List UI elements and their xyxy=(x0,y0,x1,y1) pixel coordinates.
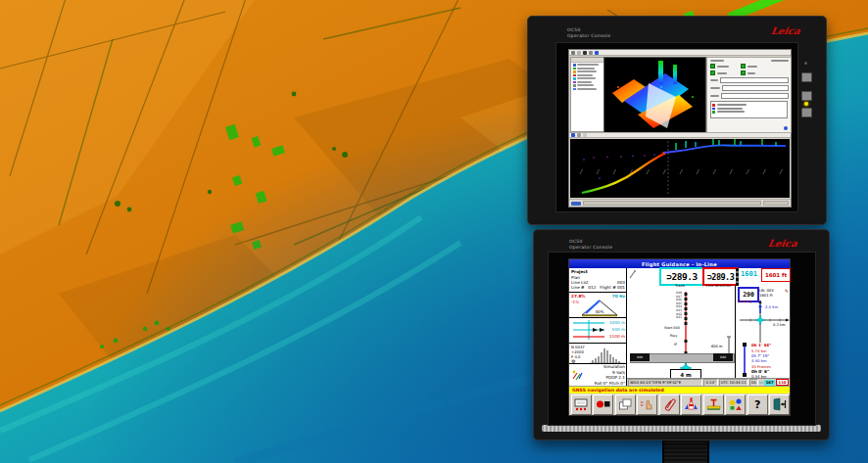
play-icon[interactable] xyxy=(595,51,599,55)
altitude-ruler xyxy=(736,268,739,286)
refresh-icon[interactable] xyxy=(784,126,788,130)
checkbox[interactable] xyxy=(710,70,715,75)
seabed-profile xyxy=(582,154,664,193)
waypoint-icon xyxy=(571,369,583,381)
display-layout-button[interactable] xyxy=(571,394,592,415)
flight-toolbar: ? xyxy=(569,394,790,415)
monitor-bottom-screen: Flight Guidance - In-Line Project Plan L… xyxy=(548,252,816,426)
tool-icon[interactable] xyxy=(589,51,593,55)
waypoint-number: 041 xyxy=(676,316,682,320)
checkbox[interactable] xyxy=(741,70,746,75)
line-number-value: 012 xyxy=(588,285,596,290)
tree-item[interactable] xyxy=(571,87,603,91)
gnss-warning-bar: GNSS navigation data are simulated xyxy=(569,386,790,394)
leica-logo: Leica xyxy=(770,25,801,36)
status-field xyxy=(763,201,789,206)
leg-dist-1: 5.74 km xyxy=(751,348,767,353)
power-led xyxy=(804,102,808,106)
ip-label: IP xyxy=(674,343,677,347)
leg-dist-2: 4.30 km xyxy=(751,358,767,363)
flight-number: Flight # 001 xyxy=(600,285,625,290)
scale-label: 600 m xyxy=(711,345,723,348)
monitor-top-screen xyxy=(555,42,798,212)
status-field xyxy=(583,201,761,206)
gauge-fill-label: 40% xyxy=(596,309,604,314)
leica-logo: Leica xyxy=(767,238,798,249)
point-cloud xyxy=(612,61,694,128)
monitor-stand xyxy=(662,438,709,463)
leg-time-1: 0h 1' 44" xyxy=(751,343,771,347)
profile-zoom-icon[interactable] xyxy=(583,133,587,137)
flight-left-panel: Project Plan Line List003 Line #012Fligh… xyxy=(569,268,627,386)
dropdown-field[interactable] xyxy=(722,85,789,91)
monitor-button-3[interactable] xyxy=(801,108,812,117)
open-icon[interactable] xyxy=(571,51,575,55)
leg-time-3: 0h 0' 6" xyxy=(751,369,769,374)
compass-right-distance: 0.2 km xyxy=(773,323,785,327)
profile-play-icon[interactable] xyxy=(571,133,575,137)
target-altitude-box: 1601 ft xyxy=(761,268,791,282)
waypoint-number-stack: 048047046045044043042041 xyxy=(664,292,682,320)
beacon-button[interactable] xyxy=(681,394,701,415)
alt-top-label: 1000 m xyxy=(609,320,625,325)
checkbox[interactable] xyxy=(741,64,746,69)
sats-count: 9 Sats xyxy=(612,370,625,375)
record-stop-button[interactable] xyxy=(593,394,613,415)
monitor-top: OC50 Operator Console Leica xyxy=(527,16,827,225)
dropdown-field[interactable] xyxy=(720,77,789,83)
shapes-button[interactable] xyxy=(725,394,746,415)
profile-tool-icon[interactable] xyxy=(577,133,581,137)
flight-right-panel: 1601 1601 ft 290 Heading LN: 003 1601 ft… xyxy=(736,268,790,378)
slope-value: -1% xyxy=(571,300,579,304)
help-button[interactable]: ? xyxy=(747,394,768,415)
alt-low-label: 1100 m xyxy=(609,334,625,339)
profile-toolbar[interactable] xyxy=(569,132,791,138)
coverage-gauge: 40% xyxy=(580,300,619,317)
monitor-button-2[interactable] xyxy=(801,91,812,101)
speaker-grille xyxy=(542,425,821,432)
project-label: Project xyxy=(569,268,627,275)
pointcloud-3d-viewport[interactable] xyxy=(603,57,706,133)
gear-icon[interactable]: ⚙ xyxy=(571,358,575,364)
flight-status-bar: WGS 84 24°19'N 9°39'42"E 0.14° UTC 10:34… xyxy=(627,378,790,386)
edit-pencil-icon[interactable]: ✎ xyxy=(785,288,789,294)
status-icon xyxy=(571,202,581,206)
properties-panel xyxy=(706,57,792,133)
monitor-button-1[interactable] xyxy=(801,72,812,82)
current-altitude: 1601 xyxy=(741,270,757,278)
compass-up-distance: 2.4 km xyxy=(765,304,778,309)
manual-control-button[interactable] xyxy=(637,394,657,415)
attach-button[interactable] xyxy=(659,394,680,415)
runway-label: Rwy xyxy=(670,334,677,338)
monitor-top-label: OC50 Operator Console xyxy=(567,27,610,38)
overlap-value: 27.8% xyxy=(571,294,586,299)
leg-progress-line xyxy=(741,343,748,378)
level-tool-button[interactable] xyxy=(703,394,724,415)
dropdown-field[interactable] xyxy=(721,93,789,99)
classification-list[interactable] xyxy=(710,101,788,118)
lidar-app-window xyxy=(568,49,792,208)
gs-unit: kn xyxy=(759,381,763,385)
lidar-status-bar xyxy=(569,199,791,207)
layer-tree-panel[interactable] xyxy=(570,57,604,132)
exit-button[interactable] xyxy=(769,394,790,415)
pdop-value: PDOP 2.1 xyxy=(605,375,625,380)
checkbox[interactable] xyxy=(710,64,715,69)
stop-icon[interactable] xyxy=(583,51,587,55)
monitor-bottom: OC50 Operator Console Leica Flight Guida… xyxy=(533,229,830,440)
active-line-alt: 1601 ft xyxy=(759,293,773,298)
runway-end-left: 040 xyxy=(630,353,650,361)
lidar-toolbar[interactable] xyxy=(569,50,791,56)
speed-limit-value: 110 xyxy=(776,379,789,386)
ground-speed-value: 167 xyxy=(764,380,775,386)
profile-waterfall-view[interactable] xyxy=(570,139,790,198)
line-direction-label: Line direction xyxy=(702,283,735,288)
save-icon[interactable] xyxy=(577,51,581,55)
monitor-bottom-label: OC50 Operator Console xyxy=(569,239,612,250)
laser-rate: 70 Hz xyxy=(612,294,625,299)
desktop-scene: OC50 Operator Console Leica xyxy=(0,0,868,463)
runway-end-right: 040 xyxy=(713,353,733,361)
windows-button[interactable] xyxy=(615,394,636,415)
monitor-sublabel: Operator Console xyxy=(567,33,610,39)
monitor-sublabel: Operator Console xyxy=(569,245,612,251)
